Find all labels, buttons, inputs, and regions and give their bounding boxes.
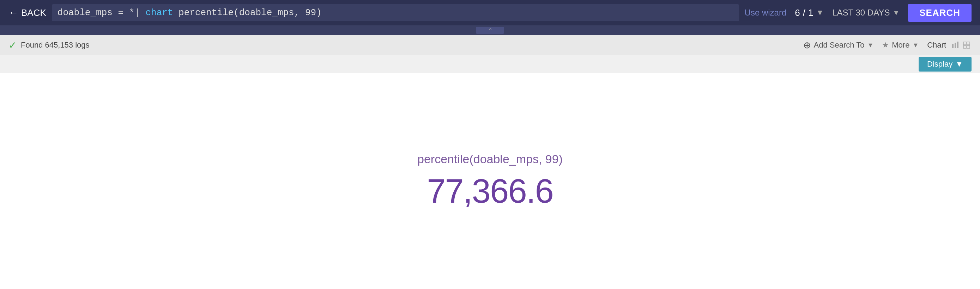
plus-icon: ⊕ [803,40,811,51]
search-bar: ← BACK doable_mps = *| chart percentile(… [0,0,980,25]
svg-rect-3 [963,42,966,45]
results-left: ✓ Found 645,153 logs [8,40,90,51]
main-content: percentile(doable_mps, 99) 77,366.6 [0,73,980,289]
chart-bar-icon[interactable] [950,40,960,50]
pagination-total: 1 [808,7,813,18]
time-range-label: LAST 30 DAYS [832,8,890,17]
search-button[interactable]: SEARCH [908,4,972,22]
svg-rect-6 [967,46,970,48]
svg-rect-5 [963,46,966,48]
query-base: doable_mps = *| [57,7,146,18]
pagination-current: 6 [795,7,800,18]
add-search-dropdown-icon: ▼ [867,41,873,49]
pagination-separator: / [803,7,805,18]
results-bar: ✓ Found 645,153 logs ⊕ Add Search To ▼ ★… [0,35,980,55]
display-label: Display [927,60,953,69]
metric-value: 77,366.6 [427,171,553,210]
search-bar-right: Use wizard 6 / 1 ▼ LAST 30 DAYS ▼ SEARCH [745,4,972,22]
pagination: 6 / 1 ▼ [795,7,824,18]
svg-rect-4 [967,42,970,45]
chart-section: Chart [927,40,972,50]
svg-rect-1 [955,43,956,48]
more-label: More [892,41,910,50]
display-dropdown-icon: ▼ [955,60,963,69]
collapse-bar: ⌃ [0,25,980,35]
search-query: doable_mps = *| chart percentile(doable_… [57,7,322,18]
back-label: BACK [21,7,46,18]
results-count: Found 645,153 logs [21,41,90,50]
use-wizard-button[interactable]: Use wizard [745,8,787,17]
display-button[interactable]: Display ▼ [919,57,972,71]
add-search-label: Add Search To [814,41,865,50]
query-function: percentile(doable_mps, 99) [173,7,321,18]
more-dropdown-icon: ▼ [912,41,919,49]
back-button[interactable]: ← BACK [8,7,46,18]
metric-label: percentile(doable_mps, 99) [417,152,563,166]
star-icon: ★ [882,41,889,50]
back-arrow-icon: ← [8,7,18,18]
time-range-selector[interactable]: LAST 30 DAYS ▼ [832,8,900,17]
time-range-dropdown-icon: ▼ [892,9,900,17]
chart-view-icons [950,40,972,50]
svg-rect-2 [957,41,958,48]
search-input-container[interactable]: doable_mps = *| chart percentile(doable_… [52,4,739,21]
collapse-handle[interactable]: ⌃ [476,27,504,34]
more-button[interactable]: ★ More ▼ [882,41,919,50]
chart-grid-icon[interactable] [962,40,972,50]
add-search-button[interactable]: ⊕ Add Search To ▼ [803,40,874,51]
collapse-icon: ⌃ [488,27,492,34]
display-bar: Display ▼ [0,55,980,73]
check-circle-icon: ✓ [8,40,17,51]
results-right: ⊕ Add Search To ▼ ★ More ▼ Chart [803,40,972,51]
query-chart-keyword: chart [145,7,173,18]
pagination-dropdown-icon[interactable]: ▼ [816,8,824,17]
chart-label: Chart [927,41,946,50]
svg-rect-0 [952,44,953,48]
